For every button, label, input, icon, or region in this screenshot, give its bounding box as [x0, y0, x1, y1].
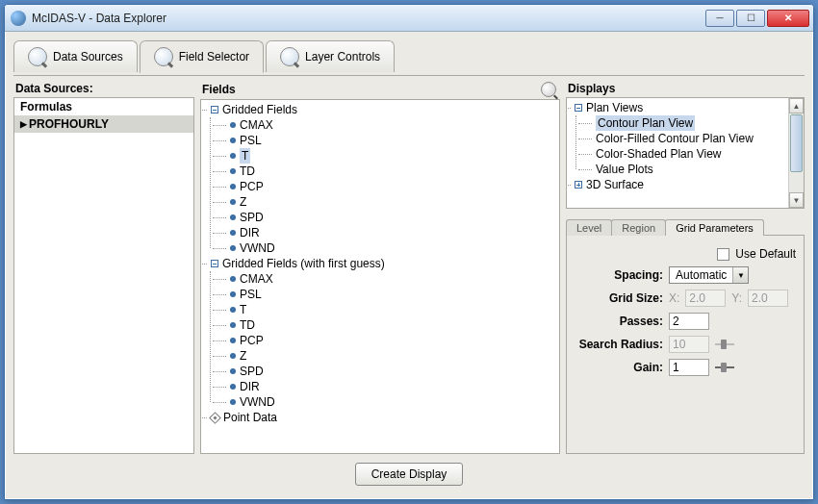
field-icon — [230, 138, 236, 143]
chevron-down-icon[interactable]: ▼ — [732, 267, 748, 283]
search-icon[interactable] — [541, 82, 556, 97]
field-icon — [230, 384, 236, 390]
maximize-button[interactable]: ☐ — [736, 10, 765, 27]
magnifier-icon — [28, 47, 47, 66]
field-icon — [230, 307, 236, 313]
field-icon — [230, 322, 236, 328]
tree-leaf[interactable]: SPD — [226, 364, 559, 379]
tree-leaf[interactable]: DIR — [226, 225, 559, 240]
use-default-checkbox[interactable] — [717, 248, 729, 261]
expand-icon[interactable] — [575, 181, 582, 189]
tree-leaf[interactable]: CMAX — [226, 271, 559, 287]
tree-leaf[interactable]: PCP — [226, 179, 559, 194]
tree-leaf[interactable]: T — [226, 302, 559, 317]
passes-label: Passes: — [575, 315, 663, 328]
grid-y-field[interactable] — [748, 290, 788, 307]
tree-leaf[interactable]: PCP — [226, 333, 559, 348]
tree-leaf[interactable]: CMAX — [226, 117, 559, 133]
tree-leaf[interactable]: T — [226, 148, 559, 164]
field-icon — [230, 199, 236, 205]
create-display-button[interactable]: Create Display — [355, 463, 464, 486]
minimize-button[interactable]: ─ — [705, 10, 734, 27]
data-source-item[interactable]: ▶ PROFHOURLY — [14, 115, 193, 133]
tree-leaf[interactable]: SPD — [226, 210, 559, 225]
tree-leaf[interactable]: Z — [226, 194, 559, 210]
tree-group[interactable]: Point Data — [201, 410, 559, 425]
tab-layer-controls[interactable]: Layer Controls — [266, 40, 395, 72]
tree-leaf[interactable]: TD — [226, 317, 559, 333]
display-item[interactable]: Color-Filled Contour Plan View — [592, 131, 788, 146]
displays-panel: Displays Plan Views Contour Plan View Co… — [566, 80, 805, 454]
search-radius-label: Search Radius: — [575, 338, 663, 351]
data-sources-panel: Data Sources: Formulas ▶ PROFHOURLY — [13, 80, 194, 454]
point-data-icon — [209, 412, 221, 424]
tree-leaf[interactable]: Z — [226, 348, 559, 364]
magnifier-icon — [280, 47, 299, 66]
scroll-up-icon[interactable]: ▲ — [789, 98, 804, 113]
tab-grid-parameters[interactable]: Grid Parameters — [665, 219, 764, 236]
tab-field-selector[interactable]: Field Selector — [140, 40, 264, 73]
titlebar[interactable]: McIDAS-V - Data Explorer ─ ☐ ✕ — [5, 5, 813, 32]
field-icon — [230, 338, 236, 343]
tree-leaf[interactable]: VWND — [226, 240, 559, 256]
field-icon — [230, 168, 236, 174]
scrollbar[interactable]: ▲ ▼ — [788, 98, 804, 208]
tab-region[interactable]: Region — [611, 219, 666, 236]
display-item[interactable]: Color-Shaded Plan View — [592, 146, 788, 162]
collapse-icon[interactable] — [211, 260, 218, 267]
field-icon — [230, 353, 236, 359]
grid-x-field[interactable] — [685, 290, 726, 307]
close-button[interactable]: ✕ — [767, 10, 809, 27]
data-sources-label: Data Sources: — [13, 80, 194, 97]
grid-x-label: X: — [669, 291, 679, 305]
display-item[interactable]: Contour Plan View — [592, 115, 788, 131]
slider-icon[interactable] — [715, 363, 734, 372]
tree-group[interactable]: Gridded Fields — [201, 102, 559, 117]
param-tabs: Level Region Grid Parameters — [566, 218, 805, 236]
data-sources-list[interactable]: Formulas ▶ PROFHOURLY — [13, 97, 194, 454]
data-source-item[interactable]: Formulas — [14, 98, 193, 115]
fields-tree[interactable]: Gridded Fields CMAX PSL T TD PCP Z SPD D… — [200, 99, 560, 454]
window-title: McIDAS-V - Data Explorer — [32, 12, 705, 25]
tree-group[interactable]: 3D Surface — [567, 177, 788, 192]
tree-leaf[interactable]: PSL — [226, 133, 559, 148]
fields-panel: Fields Gridded Fields CMAX PSL T TD PCP — [200, 80, 560, 454]
scroll-down-icon[interactable]: ▼ — [789, 192, 804, 208]
field-icon — [230, 368, 236, 374]
scroll-thumb[interactable] — [790, 114, 803, 172]
field-icon — [230, 276, 236, 282]
tab-level[interactable]: Level — [566, 219, 612, 236]
spacing-label: Spacing: — [575, 268, 663, 282]
client-area: Data Sources Field Selector Layer Contro… — [5, 32, 813, 499]
field-icon — [230, 230, 236, 236]
field-icon — [230, 122, 236, 128]
app-window: McIDAS-V - Data Explorer ─ ☐ ✕ Data Sour… — [4, 4, 814, 500]
tree-leaf[interactable]: PSL — [226, 287, 559, 302]
grid-y-label: Y: — [731, 291, 742, 305]
tree-leaf[interactable]: DIR — [226, 379, 559, 394]
collapse-icon[interactable] — [211, 106, 218, 113]
search-radius-field[interactable] — [669, 336, 709, 353]
magnifier-icon — [154, 47, 173, 66]
displays-label: Displays — [566, 80, 805, 97]
gain-field[interactable] — [669, 359, 709, 376]
spacing-combo[interactable]: Automatic ▼ — [669, 266, 749, 284]
tree-group[interactable]: Gridded Fields (with first guess) — [201, 256, 559, 271]
main-tabs: Data Sources Field Selector Layer Contro… — [13, 38, 805, 72]
field-icon — [230, 399, 236, 405]
fields-label: Fields — [202, 83, 541, 96]
field-icon — [230, 291, 236, 297]
tree-leaf[interactable]: VWND — [226, 394, 559, 410]
display-item[interactable]: Value Plots — [592, 162, 788, 177]
slider-icon[interactable] — [715, 340, 734, 349]
passes-field[interactable] — [669, 313, 709, 330]
collapse-icon[interactable] — [575, 104, 582, 112]
gain-label: Gain: — [575, 361, 663, 374]
field-icon — [230, 214, 236, 220]
tree-group[interactable]: Plan Views — [567, 100, 788, 115]
grid-size-label: Grid Size: — [575, 291, 663, 305]
displays-tree[interactable]: Plan Views Contour Plan View Color-Fille… — [567, 98, 788, 208]
tab-data-sources[interactable]: Data Sources — [13, 40, 138, 72]
field-icon — [230, 184, 236, 189]
tree-leaf[interactable]: TD — [226, 164, 559, 179]
